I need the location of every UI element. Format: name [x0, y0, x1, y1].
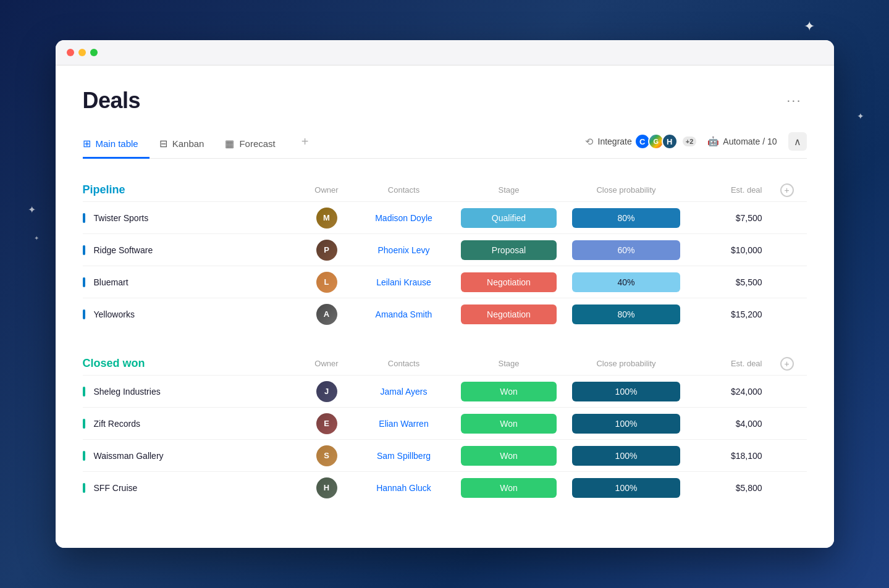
owner-cell: S: [299, 445, 355, 466]
stage-badge: Negotiation: [461, 304, 557, 324]
probability-badge: 100%: [572, 478, 680, 498]
contact-link[interactable]: Elian Warren: [379, 419, 428, 429]
avatar: S: [316, 445, 337, 466]
row-company-name: Zift Records: [94, 419, 140, 429]
est-deal-cell: $5,800: [688, 483, 775, 493]
contact-link[interactable]: Sam Spillberg: [377, 451, 431, 461]
integration-icons: C G H: [637, 133, 678, 149]
contact-link[interactable]: Jamal Ayers: [381, 387, 428, 397]
col-header-estdeal-pipeline: Est. deal: [688, 180, 775, 200]
window-bar: [56, 40, 834, 65]
pipeline-header-row: Pipeline Owner Contacts Stage Close prob…: [83, 178, 807, 201]
contact-cell: Elian Warren: [355, 418, 453, 429]
forecast-icon: ▦: [225, 138, 234, 149]
contact-cell: Phoenix Levy: [355, 245, 453, 256]
stage-cell: Qualified: [453, 208, 565, 228]
closed-won-section: Closed won Owner Contacts Stage Close pr…: [83, 352, 807, 503]
probability-cell: 60%: [565, 240, 688, 260]
est-deal-cell: $7,500: [688, 213, 775, 223]
row-name-cell: Ridge Software: [83, 245, 299, 255]
col-header-owner-won: Owner: [299, 354, 355, 373]
est-deal-cell: $24,000: [688, 387, 775, 397]
row-border-won: [83, 387, 85, 397]
probability-badge: 60%: [572, 240, 680, 260]
tab-bar: ⊞ Main table ⊟ Kanban ▦ Forecast + ⟲ Int…: [83, 131, 807, 159]
maximize-dot[interactable]: [90, 49, 98, 56]
probability-cell: 80%: [565, 304, 688, 324]
avatar-face: S: [316, 445, 337, 466]
avatar-face: J: [316, 381, 337, 402]
tab-forecast[interactable]: ▦ Forecast: [225, 132, 286, 159]
row-name-cell: Sheleg Industries: [83, 387, 299, 397]
avatar: L: [316, 272, 337, 293]
row-name-cell: Zift Records: [83, 419, 299, 429]
table-row: Zift Records E Elian Warren Won 100% $4,…: [83, 407, 807, 439]
probability-cell: 100%: [565, 382, 688, 401]
avatar: H: [316, 477, 337, 498]
probability-badge: 40%: [572, 272, 680, 292]
row-company-name: Bluemart: [94, 277, 129, 287]
integrate-button[interactable]: ⟲ Integrate C G H +2: [585, 133, 697, 149]
toolbar-right: ⟲ Integrate C G H +2 🤖 Automate / 10 ∧: [585, 132, 807, 151]
contact-link[interactable]: Amanda Smith: [376, 309, 432, 319]
minimize-dot[interactable]: [78, 49, 86, 56]
closed-won-header-row: Closed won Owner Contacts Stage Close pr…: [83, 352, 807, 375]
contact-link[interactable]: Leilani Krause: [376, 277, 431, 287]
col-header-estdeal-won: Est. deal: [688, 354, 775, 373]
owner-cell: E: [299, 413, 355, 434]
probability-badge: 80%: [572, 304, 680, 324]
avatar: E: [316, 413, 337, 434]
pipeline-section: Pipeline Owner Contacts Stage Close prob…: [83, 178, 807, 330]
stage-cell: Proposal: [453, 240, 565, 260]
probability-cell: 40%: [565, 272, 688, 292]
contact-cell: Madison Doyle: [355, 212, 453, 224]
add-tab-button[interactable]: +: [297, 135, 314, 148]
contact-link[interactable]: Madison Doyle: [375, 213, 432, 223]
row-border: [83, 245, 85, 255]
contact-cell: Hannah Gluck: [355, 482, 453, 494]
stage-badge: Won: [461, 382, 557, 401]
avatar-face: M: [316, 208, 337, 229]
row-company-name: Yelloworks: [94, 309, 135, 319]
add-circle-icon-won: +: [780, 357, 794, 371]
stage-cell: Negotiation: [453, 304, 565, 324]
table-icon: ⊞: [83, 138, 91, 149]
page-content: Deals ··· ⊞ Main table ⊟ Kanban ▦ Foreca…: [56, 65, 834, 548]
add-column-pipeline-button[interactable]: +: [775, 183, 799, 197]
owner-cell: M: [299, 208, 355, 229]
row-company-name: SFF Cruise: [94, 483, 138, 493]
stage-cell: Won: [453, 446, 565, 466]
pipeline-section-title: Pipeline: [83, 178, 299, 201]
integration-badge: +2: [683, 136, 697, 146]
stage-badge: Proposal: [461, 240, 557, 260]
col-header-stage-won: Stage: [453, 354, 565, 373]
col-header-prob-won: Close probability: [565, 354, 688, 373]
table-row: Ridge Software P Phoenix Levy Proposal 6…: [83, 233, 807, 266]
collapse-button[interactable]: ∧: [788, 132, 807, 151]
close-dot[interactable]: [67, 49, 74, 56]
avatar-face: L: [316, 272, 337, 293]
probability-cell: 80%: [565, 208, 688, 228]
add-column-won-button[interactable]: +: [775, 357, 799, 371]
owner-cell: L: [299, 272, 355, 293]
row-border-won: [83, 483, 85, 493]
automate-button[interactable]: 🤖 Automate / 10: [707, 136, 777, 147]
owner-cell: J: [299, 381, 355, 402]
tab-main-table[interactable]: ⊞ Main table: [83, 132, 150, 159]
probability-cell: 100%: [565, 446, 688, 466]
stage-cell: Won: [453, 414, 565, 434]
table-row: Waissman Gallery S Sam Spillberg Won 100…: [83, 439, 807, 471]
contact-link[interactable]: Phoenix Levy: [377, 245, 429, 255]
contact-link[interactable]: Hannah Gluck: [376, 483, 431, 493]
row-company-name: Sheleg Industries: [94, 387, 161, 397]
row-name-cell: Twister Sports: [83, 213, 299, 223]
closed-won-section-title: Closed won: [83, 352, 299, 375]
avatar: M: [316, 208, 337, 229]
row-border-won: [83, 451, 85, 461]
row-border: [83, 213, 85, 223]
table-row: Twister Sports M Madison Doyle Qualified…: [83, 201, 807, 233]
avatar-face: H: [316, 477, 337, 498]
tab-kanban[interactable]: ⊟ Kanban: [159, 132, 216, 159]
more-options-button[interactable]: ···: [782, 90, 806, 111]
col-header-prob-pipeline: Close probability: [565, 180, 688, 200]
